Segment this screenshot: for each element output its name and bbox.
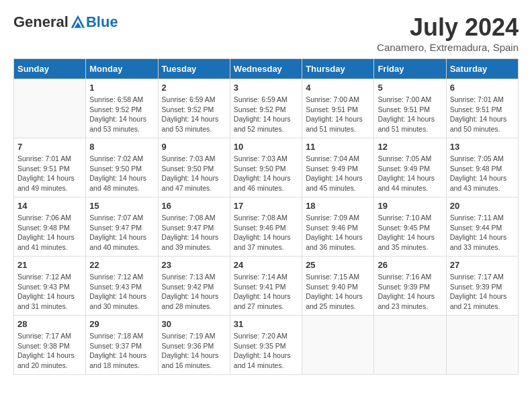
cell-info: Sunrise: 7:18 AM Sunset: 9:37 PM Dayligh… xyxy=(89,331,154,371)
day-number: 5 xyxy=(378,83,442,93)
calendar-cell: 24Sunrise: 7:14 AM Sunset: 9:41 PM Dayli… xyxy=(230,257,302,316)
cell-info: Sunrise: 7:13 AM Sunset: 9:42 PM Dayligh… xyxy=(162,272,226,312)
calendar-week-row: 14Sunrise: 7:06 AM Sunset: 9:48 PM Dayli… xyxy=(14,197,519,257)
cell-info: Sunrise: 7:17 AM Sunset: 9:38 PM Dayligh… xyxy=(17,331,82,371)
calendar-cell: 27Sunrise: 7:17 AM Sunset: 9:39 PM Dayli… xyxy=(446,257,518,316)
title-block: July 2024 Canamero, Extremadura, Spain xyxy=(377,13,519,53)
cell-info: Sunrise: 6:59 AM Sunset: 9:52 PM Dayligh… xyxy=(234,95,298,134)
cell-info: Sunrise: 7:11 AM Sunset: 9:44 PM Dayligh… xyxy=(450,213,515,253)
cell-info: Sunrise: 6:59 AM Sunset: 9:52 PM Dayligh… xyxy=(162,95,226,134)
cell-info: Sunrise: 7:10 AM Sunset: 9:45 PM Dayligh… xyxy=(378,213,442,253)
day-number: 16 xyxy=(162,201,226,211)
cell-info: Sunrise: 7:04 AM Sunset: 9:49 PM Dayligh… xyxy=(306,154,370,193)
calendar-cell: 28Sunrise: 7:17 AM Sunset: 9:38 PM Dayli… xyxy=(14,316,86,375)
cell-info: Sunrise: 7:01 AM Sunset: 9:51 PM Dayligh… xyxy=(17,154,82,193)
calendar-cell: 16Sunrise: 7:08 AM Sunset: 9:47 PM Dayli… xyxy=(158,197,230,257)
cell-info: Sunrise: 7:17 AM Sunset: 9:39 PM Dayligh… xyxy=(450,272,515,312)
day-number: 15 xyxy=(89,201,154,211)
day-number: 21 xyxy=(17,260,82,270)
calendar-cell: 12Sunrise: 7:05 AM Sunset: 9:49 PM Dayli… xyxy=(374,138,446,197)
calendar-cell: 8Sunrise: 7:02 AM Sunset: 9:50 PM Daylig… xyxy=(86,138,158,197)
cell-info: Sunrise: 7:19 AM Sunset: 9:36 PM Dayligh… xyxy=(162,331,226,371)
cell-info: Sunrise: 7:12 AM Sunset: 9:43 PM Dayligh… xyxy=(89,272,154,312)
location: Canamero, Extremadura, Spain xyxy=(377,42,519,53)
cell-info: Sunrise: 7:12 AM Sunset: 9:43 PM Dayligh… xyxy=(17,272,82,312)
calendar-cell: 1Sunrise: 6:58 AM Sunset: 9:52 PM Daylig… xyxy=(86,79,158,138)
day-number: 6 xyxy=(450,83,515,93)
day-number: 31 xyxy=(234,319,298,329)
calendar-cell: 26Sunrise: 7:16 AM Sunset: 9:39 PM Dayli… xyxy=(374,257,446,316)
logo-general: General xyxy=(13,13,69,31)
day-number: 1 xyxy=(89,83,154,93)
calendar-cell: 15Sunrise: 7:07 AM Sunset: 9:47 PM Dayli… xyxy=(86,197,158,257)
cell-info: Sunrise: 7:02 AM Sunset: 9:50 PM Dayligh… xyxy=(89,154,154,193)
calendar-cell: 25Sunrise: 7:15 AM Sunset: 9:40 PM Dayli… xyxy=(302,257,374,316)
day-number: 10 xyxy=(234,142,298,152)
day-number: 13 xyxy=(450,142,515,152)
day-number: 17 xyxy=(234,201,298,211)
day-number: 23 xyxy=(162,260,226,270)
day-number: 28 xyxy=(17,319,82,329)
calendar-cell xyxy=(446,316,518,375)
cell-info: Sunrise: 6:58 AM Sunset: 9:52 PM Dayligh… xyxy=(89,95,154,134)
calendar-cell: 10Sunrise: 7:03 AM Sunset: 9:50 PM Dayli… xyxy=(230,138,302,197)
cell-info: Sunrise: 7:00 AM Sunset: 9:51 PM Dayligh… xyxy=(378,95,442,134)
calendar-cell: 3Sunrise: 6:59 AM Sunset: 9:52 PM Daylig… xyxy=(230,79,302,138)
weekday-header: Saturday xyxy=(446,59,518,79)
day-number: 18 xyxy=(306,201,370,211)
calendar-cell: 29Sunrise: 7:18 AM Sunset: 9:37 PM Dayli… xyxy=(86,316,158,375)
cell-info: Sunrise: 7:00 AM Sunset: 9:51 PM Dayligh… xyxy=(306,95,370,134)
calendar-week-row: 1Sunrise: 6:58 AM Sunset: 9:52 PM Daylig… xyxy=(14,79,519,138)
day-number: 22 xyxy=(89,260,154,270)
day-number: 12 xyxy=(378,142,442,152)
calendar-cell: 14Sunrise: 7:06 AM Sunset: 9:48 PM Dayli… xyxy=(14,197,86,257)
calendar-cell xyxy=(374,316,446,375)
calendar-cell: 4Sunrise: 7:00 AM Sunset: 9:51 PM Daylig… xyxy=(302,79,374,138)
cell-info: Sunrise: 7:07 AM Sunset: 9:47 PM Dayligh… xyxy=(89,213,154,253)
cell-info: Sunrise: 7:20 AM Sunset: 9:35 PM Dayligh… xyxy=(234,331,298,371)
day-number: 4 xyxy=(306,83,370,93)
weekday-header: Sunday xyxy=(14,59,86,79)
logo-blue: Blue xyxy=(86,13,118,31)
logo: General Blue xyxy=(13,13,118,31)
day-number: 25 xyxy=(306,260,370,270)
day-number: 9 xyxy=(162,142,226,152)
calendar-week-row: 28Sunrise: 7:17 AM Sunset: 9:38 PM Dayli… xyxy=(14,316,519,375)
cell-info: Sunrise: 7:01 AM Sunset: 9:51 PM Dayligh… xyxy=(450,95,515,134)
calendar-cell: 31Sunrise: 7:20 AM Sunset: 9:35 PM Dayli… xyxy=(230,316,302,375)
cell-info: Sunrise: 7:15 AM Sunset: 9:40 PM Dayligh… xyxy=(306,272,370,312)
day-number: 24 xyxy=(234,260,298,270)
calendar-cell: 22Sunrise: 7:12 AM Sunset: 9:43 PM Dayli… xyxy=(86,257,158,316)
day-number: 27 xyxy=(450,260,515,270)
calendar-cell: 18Sunrise: 7:09 AM Sunset: 9:46 PM Dayli… xyxy=(302,197,374,257)
page-header: General Blue July 2024 Canamero, Extrema… xyxy=(13,13,519,53)
calendar-cell: 17Sunrise: 7:08 AM Sunset: 9:46 PM Dayli… xyxy=(230,197,302,257)
cell-info: Sunrise: 7:03 AM Sunset: 9:50 PM Dayligh… xyxy=(162,154,226,193)
calendar-cell: 19Sunrise: 7:10 AM Sunset: 9:45 PM Dayli… xyxy=(374,197,446,257)
weekday-header: Friday xyxy=(374,59,446,79)
calendar-week-row: 7Sunrise: 7:01 AM Sunset: 9:51 PM Daylig… xyxy=(14,138,519,197)
cell-info: Sunrise: 7:06 AM Sunset: 9:48 PM Dayligh… xyxy=(17,213,82,253)
weekday-header-row: SundayMondayTuesdayWednesdayThursdayFrid… xyxy=(14,59,519,79)
day-number: 20 xyxy=(450,201,515,211)
day-number: 19 xyxy=(378,201,442,211)
weekday-header: Monday xyxy=(86,59,158,79)
day-number: 14 xyxy=(17,201,82,211)
cell-info: Sunrise: 7:14 AM Sunset: 9:41 PM Dayligh… xyxy=(234,272,298,312)
calendar-cell: 11Sunrise: 7:04 AM Sunset: 9:49 PM Dayli… xyxy=(302,138,374,197)
day-number: 2 xyxy=(162,83,226,93)
cell-info: Sunrise: 7:08 AM Sunset: 9:47 PM Dayligh… xyxy=(162,213,226,253)
calendar-cell: 20Sunrise: 7:11 AM Sunset: 9:44 PM Dayli… xyxy=(446,197,518,257)
calendar-table: SundayMondayTuesdayWednesdayThursdayFrid… xyxy=(13,58,519,375)
cell-info: Sunrise: 7:16 AM Sunset: 9:39 PM Dayligh… xyxy=(378,272,442,312)
calendar-cell: 30Sunrise: 7:19 AM Sunset: 9:36 PM Dayli… xyxy=(158,316,230,375)
calendar-cell: 23Sunrise: 7:13 AM Sunset: 9:42 PM Dayli… xyxy=(158,257,230,316)
day-number: 8 xyxy=(89,142,154,152)
day-number: 26 xyxy=(378,260,442,270)
calendar-cell: 9Sunrise: 7:03 AM Sunset: 9:50 PM Daylig… xyxy=(158,138,230,197)
day-number: 11 xyxy=(306,142,370,152)
calendar-week-row: 21Sunrise: 7:12 AM Sunset: 9:43 PM Dayli… xyxy=(14,257,519,316)
calendar-cell: 2Sunrise: 6:59 AM Sunset: 9:52 PM Daylig… xyxy=(158,79,230,138)
cell-info: Sunrise: 7:05 AM Sunset: 9:48 PM Dayligh… xyxy=(450,154,515,193)
calendar-cell: 5Sunrise: 7:00 AM Sunset: 9:51 PM Daylig… xyxy=(374,79,446,138)
